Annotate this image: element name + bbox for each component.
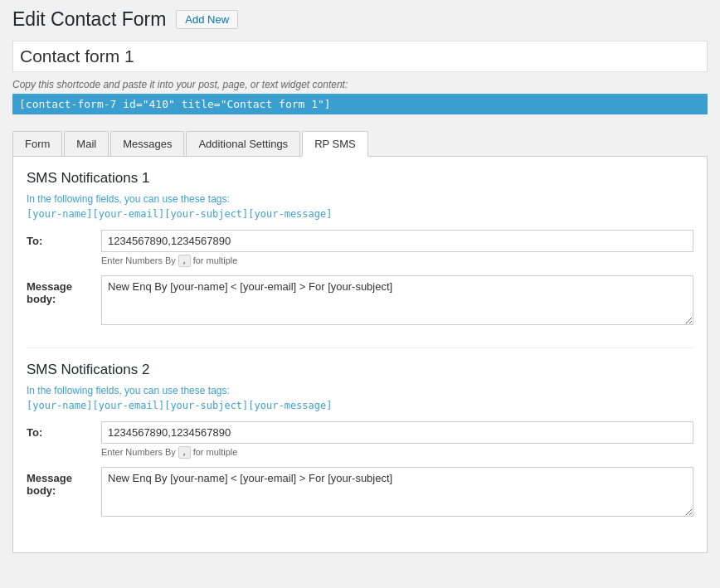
- section-divider: [27, 347, 693, 348]
- tab-content-rp-sms: SMS Notifications 1 In the following fie…: [12, 157, 708, 553]
- tab-additional-settings[interactable]: Additional Settings: [186, 131, 300, 156]
- to-hint-comma-1: ,: [178, 255, 191, 267]
- to-input-wrap-2: Enter Numbers By , for multiple: [101, 421, 693, 459]
- tabs: Form Mail Messages Additional Settings R…: [12, 131, 708, 157]
- message-input-wrap-2: New Enq By [your-name] < [your-email] > …: [101, 467, 693, 519]
- message-label-2: Message body:: [27, 467, 101, 497]
- to-label-2: To:: [27, 421, 101, 439]
- tab-rp-sms[interactable]: RP SMS: [302, 131, 368, 157]
- sms-section-2-tags: [your-name][your-email][your-subject][yo…: [27, 400, 693, 411]
- page-title: Edit Contact Form: [12, 8, 166, 31]
- sms-section-2-tags-hint: In the following fields, you can use the…: [27, 385, 693, 396]
- sms-section-2: SMS Notifications 2 In the following fie…: [27, 362, 693, 519]
- to-input-1[interactable]: [101, 230, 693, 252]
- tab-mail[interactable]: Mail: [64, 131, 109, 156]
- to-hint-1: Enter Numbers By , for multiple: [101, 255, 693, 267]
- sms-section-1: SMS Notifications 1 In the following fie…: [27, 170, 693, 328]
- sms-section-1-title: SMS Notifications 1: [27, 170, 693, 187]
- message-label-1: Message body:: [27, 275, 101, 305]
- sms-section-1-tags: [your-name][your-email][your-subject][yo…: [27, 208, 693, 220]
- tab-form[interactable]: Form: [12, 131, 62, 156]
- message-input-wrap-1: New Enq By [your-name] < [your-email] > …: [101, 275, 693, 328]
- message-textarea-2[interactable]: New Enq By [your-name] < [your-email] > …: [101, 467, 693, 517]
- to-label-1: To:: [27, 230, 101, 247]
- shortcode-hint: Copy this shortcode and paste it into yo…: [12, 79, 708, 90]
- to-input-2[interactable]: [101, 421, 693, 444]
- sms-section-2-title: SMS Notifications 2: [27, 362, 693, 378]
- to-hint-comma-2: ,: [178, 446, 191, 459]
- shortcode-bar[interactable]: [contact-form-7 id="410" title="Contact …: [12, 94, 708, 114]
- form-name-input[interactable]: [12, 41, 708, 72]
- to-hint-2: Enter Numbers By , for multiple: [101, 446, 693, 459]
- to-input-wrap-1: Enter Numbers By , for multiple: [101, 230, 693, 267]
- message-field-row-1: Message body: New Enq By [your-name] < […: [27, 275, 693, 328]
- to-field-row-2: To: Enter Numbers By , for multiple: [27, 421, 693, 459]
- page-header: Edit Contact Form Add New: [12, 8, 708, 31]
- message-textarea-1[interactable]: New Enq By [your-name] < [your-email] > …: [101, 275, 693, 325]
- page-wrapper: Edit Contact Form Add New Copy this shor…: [0, 0, 720, 570]
- tab-messages[interactable]: Messages: [110, 131, 184, 156]
- add-new-button[interactable]: Add New: [176, 10, 238, 29]
- to-field-row-1: To: Enter Numbers By , for multiple: [27, 230, 693, 267]
- message-field-row-2: Message body: New Enq By [your-name] < […: [27, 467, 693, 519]
- sms-section-1-tags-hint: In the following fields, you can use the…: [27, 193, 693, 205]
